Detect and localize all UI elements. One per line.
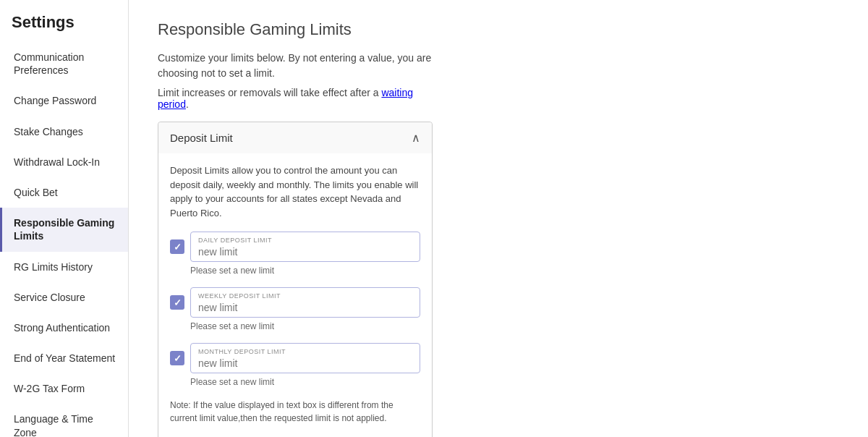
- sidebar-item-w2g-tax-form[interactable]: W-2G Tax Form: [0, 373, 128, 404]
- sidebar-item-end-of-year-statement[interactable]: End of Year Statement: [0, 343, 128, 373]
- monthly-deposit-group: MONTHLY DEPOSIT LIMIT Please set a new l…: [170, 343, 420, 387]
- description-text1: Customize your limits below. By not ente…: [158, 52, 431, 79]
- weekly-deposit-checkbox[interactable]: [170, 295, 184, 310]
- sidebar-item-language-time-zone[interactable]: Language & Time Zone: [0, 404, 128, 437]
- monthly-deposit-label: MONTHLY DEPOSIT LIMIT: [198, 348, 412, 355]
- sidebar-item-quick-bet[interactable]: Quick Bet: [0, 177, 128, 208]
- sidebar-item-change-password[interactable]: Change Password: [0, 85, 128, 116]
- weekly-deposit-input[interactable]: [198, 302, 412, 313]
- deposit-limit-header[interactable]: Deposit Limit: [158, 122, 432, 153]
- sidebar-item-communication-preferences[interactable]: Communication Preferences: [0, 42, 128, 85]
- daily-deposit-validation: Please set a new limit: [190, 266, 420, 276]
- daily-deposit-input[interactable]: [198, 246, 412, 258]
- monthly-deposit-field-container: MONTHLY DEPOSIT LIMIT: [190, 343, 420, 373]
- weekly-deposit-field-container: WEEKLY DEPOSIT LIMIT: [190, 287, 420, 318]
- weekly-deposit-row: WEEKLY DEPOSIT LIMIT: [170, 287, 420, 318]
- daily-deposit-checkbox[interactable]: [170, 239, 184, 254]
- description-period: .: [186, 98, 189, 110]
- description-line1: Customize your limits below. By not ente…: [158, 51, 433, 81]
- chevron-up-icon: [412, 131, 420, 145]
- sidebar-item-stake-changes[interactable]: Stake Changes: [0, 116, 128, 147]
- monthly-deposit-checkbox[interactable]: [170, 351, 184, 365]
- sidebar-item-withdrawal-lock-in[interactable]: Withdrawal Lock-In: [0, 147, 128, 177]
- daily-deposit-row: DAILY DEPOSIT LIMIT: [170, 232, 420, 262]
- sidebar-item-service-closure[interactable]: Service Closure: [0, 282, 128, 313]
- deposit-limit-body: Deposit Limits allow you to control the …: [158, 153, 432, 437]
- page-title: Responsible Gaming Limits: [158, 20, 839, 39]
- weekly-deposit-validation: Please set a new limit: [190, 321, 420, 331]
- daily-deposit-group: DAILY DEPOSIT LIMIT Please set a new lim…: [170, 232, 420, 276]
- monthly-deposit-row: MONTHLY DEPOSIT LIMIT: [170, 343, 420, 373]
- waiting-period-note: Limit increases or removals will take ef…: [158, 87, 433, 110]
- sidebar-item-responsible-gaming-limits[interactable]: Responsible Gaming Limits: [0, 208, 128, 251]
- deposit-limit-description: Deposit Limits allow you to control the …: [170, 164, 420, 220]
- daily-deposit-label: DAILY DEPOSIT LIMIT: [198, 237, 412, 244]
- deposit-limit-note: Note: If the value displayed in text box…: [170, 399, 420, 425]
- deposit-limit-accordion: Deposit Limit Deposit Limits allow you t…: [158, 122, 433, 437]
- sidebar: Settings Communication PreferencesChange…: [0, 0, 129, 437]
- sidebar-item-strong-authentication[interactable]: Strong Authentication: [0, 313, 128, 343]
- monthly-deposit-validation: Please set a new limit: [190, 377, 420, 387]
- main-content: Responsible Gaming Limits Customize your…: [129, 0, 868, 437]
- weekly-deposit-group: WEEKLY DEPOSIT LIMIT Please set a new li…: [170, 287, 420, 331]
- sidebar-item-rg-limits-history[interactable]: RG Limits History: [0, 252, 128, 282]
- description-text2: Limit increases or removals will take ef…: [158, 87, 379, 98]
- daily-deposit-field-container: DAILY DEPOSIT LIMIT: [190, 232, 420, 262]
- deposit-limit-title: Deposit Limit: [170, 132, 233, 144]
- sidebar-title: Settings: [0, 0, 128, 42]
- weekly-deposit-label: WEEKLY DEPOSIT LIMIT: [198, 292, 412, 300]
- monthly-deposit-input[interactable]: [198, 357, 412, 369]
